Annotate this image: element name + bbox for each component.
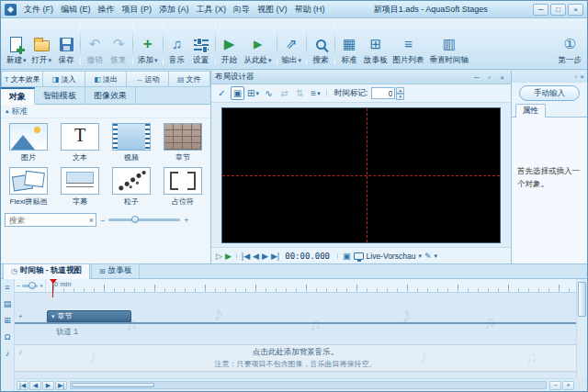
timeline-zoom-out-button[interactable]: − bbox=[549, 381, 561, 390]
music-button[interactable]: ♫ 音乐 bbox=[165, 20, 189, 68]
menu-file[interactable]: 文件 (F) bbox=[20, 2, 57, 17]
search-input[interactable] bbox=[7, 215, 89, 226]
add-track-icon[interactable]: ⊞ bbox=[4, 316, 11, 325]
slider-thumb[interactable] bbox=[131, 216, 139, 223]
object-item-placeholder[interactable]: 占位符 bbox=[157, 164, 209, 208]
panel-minimize-icon[interactable]: ─ bbox=[471, 73, 481, 82]
first-steps-button[interactable]: ① 第一步 bbox=[556, 20, 585, 68]
skip-to-start-button[interactable]: |◀ bbox=[242, 250, 250, 263]
grid-options-button[interactable]: ⊞▾ bbox=[246, 86, 260, 100]
menu-project[interactable]: 项目 (P) bbox=[119, 2, 156, 17]
dropdown-caret-icon[interactable]: ▾ bbox=[418, 252, 422, 260]
fit-view-button[interactable]: ▣ bbox=[343, 250, 351, 263]
undo-button[interactable]: ↶ 撤销 bbox=[83, 20, 107, 68]
timeline-vertical-scrollbar[interactable] bbox=[576, 279, 587, 378]
object-list-icon[interactable]: ≡ bbox=[5, 283, 9, 292]
timeline-zoom-slider[interactable] bbox=[22, 285, 38, 287]
panel-float-icon[interactable]: ▫ bbox=[574, 73, 577, 81]
chapter-block[interactable]: ▾ 章节 bbox=[47, 310, 131, 322]
spin-up-icon[interactable]: ▴ bbox=[396, 87, 404, 94]
tab-objects[interactable]: 对象 bbox=[1, 87, 35, 105]
tab-storyboard[interactable]: ⊞ 故事板 bbox=[91, 263, 140, 278]
add-button[interactable]: + 添加▾ bbox=[135, 20, 161, 68]
menu-operations[interactable]: 操作 bbox=[95, 2, 119, 17]
close-button[interactable]: × bbox=[568, 4, 583, 16]
zoom-in-icon[interactable]: + bbox=[184, 216, 188, 225]
curve-tool-icon[interactable]: ∿ bbox=[262, 86, 276, 100]
storyboard-view-button[interactable]: ⊞ 故事板 bbox=[361, 20, 390, 68]
align-options-button[interactable]: ≡▾ bbox=[309, 86, 322, 100]
start-playback-button[interactable]: ▶ 开始 bbox=[218, 20, 242, 68]
timeline-zoom-in-icon[interactable]: + bbox=[40, 283, 43, 289]
thumbnail-size-slider[interactable] bbox=[108, 218, 180, 221]
object-item-subtitle[interactable]: 字幕 bbox=[54, 164, 106, 208]
object-item-video[interactable]: 视频 bbox=[106, 120, 157, 164]
image-list-view-button[interactable]: ≡ 图片列表 bbox=[390, 20, 427, 68]
tab-fade-out[interactable]: ◧ 淡出 bbox=[85, 71, 127, 87]
background-music-track[interactable]: 点击此处添加背景音乐。 注意：只要项目不包含图像，音乐曲目将保持空。 bbox=[15, 344, 576, 372]
tab-timeline-track-view[interactable]: ◷ 时间轴 - 轨道视图 bbox=[3, 263, 90, 279]
scrollbar-track[interactable] bbox=[70, 381, 547, 389]
scroll-left-button[interactable]: ◀ bbox=[29, 381, 41, 390]
redo-button[interactable]: ↷ 恢复 bbox=[107, 20, 130, 68]
magnet-snap-icon[interactable]: Ω bbox=[5, 332, 11, 342]
open-button[interactable]: 打开▾ bbox=[29, 20, 55, 68]
panel-close-icon[interactable]: × bbox=[497, 73, 507, 82]
scroll-to-start-button[interactable]: |◀ bbox=[17, 381, 28, 390]
flip-vertical-icon[interactable]: ⇅ bbox=[293, 86, 307, 100]
menu-edit[interactable]: 编辑 (E) bbox=[57, 2, 95, 17]
timeline-ruler[interactable]: − + 0 min bbox=[15, 279, 576, 293]
panel-float-icon[interactable]: ▫ bbox=[484, 73, 494, 82]
object-item-image[interactable]: 图片 bbox=[3, 120, 54, 164]
output-button[interactable]: ⇗ 输出▾ bbox=[279, 20, 305, 68]
scrollbar-thumb[interactable] bbox=[578, 282, 586, 317]
save-button[interactable]: 保存 bbox=[54, 20, 78, 68]
skip-to-end-button[interactable]: ▶| bbox=[271, 250, 279, 263]
step-forward-button[interactable]: ▶ bbox=[262, 250, 268, 263]
play-from-here-button[interactable]: ▶ 从此处▾ bbox=[242, 20, 275, 68]
menu-help[interactable]: 帮助 (H) bbox=[291, 2, 329, 17]
track-add-icon[interactable]: + bbox=[18, 312, 23, 320]
music-track-icon[interactable]: ♪ bbox=[6, 349, 10, 358]
preview-canvas[interactable] bbox=[221, 107, 501, 243]
new-button[interactable]: 新建▾ bbox=[4, 20, 29, 68]
time-marker-input[interactable] bbox=[371, 87, 395, 99]
object-item-chapter[interactable]: 章节 bbox=[157, 120, 209, 164]
show-image-toggle[interactable]: ▣ bbox=[231, 86, 244, 100]
vertical-timeline-view-button[interactable]: ▥ 垂直时间轴 bbox=[427, 20, 472, 68]
tab-fade-in[interactable]: ◨ 淡入 bbox=[43, 71, 85, 87]
tab-motion[interactable]: ↔ 运动 bbox=[127, 71, 168, 87]
scrollbar-thumb[interactable] bbox=[72, 383, 154, 387]
minimize-button[interactable]: ─ bbox=[533, 4, 548, 16]
pen-tool-button[interactable]: ✎ bbox=[424, 250, 432, 263]
timeline-zoom-in-button[interactable]: + bbox=[562, 381, 574, 390]
tab-smart-templates[interactable]: 智能模板 bbox=[35, 87, 85, 104]
settings-button[interactable]: 设置 bbox=[189, 20, 213, 68]
spin-down-icon[interactable]: ▾ bbox=[396, 94, 404, 100]
confirm-check-icon[interactable]: ✓ bbox=[215, 86, 229, 100]
timeline-tracks[interactable]: ♪ ♫ ♪ ♫ ♪ ♫ ♪ ♫ ♪ ♫ + ♪ ▾ 章节 bbox=[15, 293, 576, 378]
live-preview-label[interactable]: Live-Vorschau bbox=[367, 252, 416, 261]
object-item-flexi-collage[interactable]: Flexi拼贴画 bbox=[3, 164, 54, 208]
play-outline-button[interactable]: ▷ bbox=[216, 250, 222, 263]
maximize-button[interactable]: □ bbox=[550, 4, 566, 16]
timeline-scale[interactable]: 0 min bbox=[46, 279, 576, 292]
flip-horizontal-icon[interactable]: ⇄ bbox=[277, 86, 291, 100]
object-item-particle[interactable]: 粒子 bbox=[106, 164, 157, 208]
tab-properties[interactable]: 属性 bbox=[515, 104, 546, 118]
scroll-to-end-button[interactable]: ▶| bbox=[55, 381, 67, 390]
zoom-out-icon[interactable]: − bbox=[100, 216, 105, 225]
play-button[interactable]: ▶ bbox=[225, 250, 232, 263]
menu-add[interactable]: 添加 (A) bbox=[155, 2, 193, 17]
standard-section-header[interactable]: ▴ 标准 bbox=[1, 105, 210, 118]
timeline-zoom-out-icon[interactable]: − bbox=[17, 283, 20, 289]
menu-view[interactable]: 视图 (V) bbox=[254, 2, 291, 17]
tab-text-effects[interactable]: T 文本效果 bbox=[1, 71, 43, 87]
clear-search-icon[interactable]: × bbox=[89, 216, 94, 225]
object-item-text[interactable]: T 文本 bbox=[54, 120, 106, 164]
search-button[interactable]: 搜索 bbox=[309, 20, 333, 68]
scroll-right-button[interactable]: ▶ bbox=[42, 381, 54, 390]
standard-view-button[interactable]: ▦ 标准 bbox=[337, 20, 361, 68]
menu-wizard[interactable]: 向导 bbox=[230, 2, 254, 17]
tab-files[interactable]: ▤ 文件 bbox=[169, 71, 210, 87]
